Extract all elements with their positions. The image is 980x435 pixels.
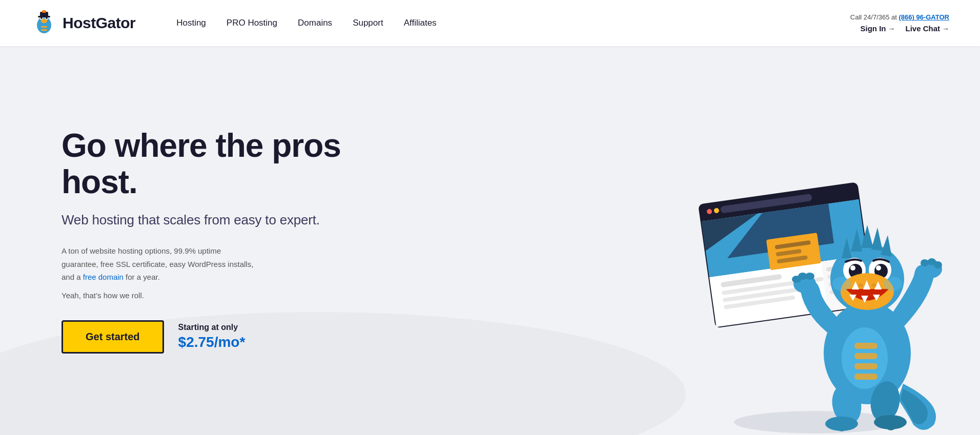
nav-item-hosting[interactable]: Hosting (176, 18, 206, 28)
svg-marker-66 (881, 235, 892, 257)
svg-point-42 (845, 425, 853, 430)
phone-area: Call 24/7/365 at (866) 96-GATOR (850, 13, 949, 21)
main-nav: Hosting PRO Hosting Domains Support Affi… (176, 18, 850, 28)
hero-headline: Go where the pros host. (62, 128, 379, 200)
svg-point-59 (921, 259, 929, 266)
svg-point-45 (880, 423, 888, 428)
svg-rect-8 (41, 29, 47, 31)
svg-point-80 (858, 283, 863, 287)
svg-point-40 (830, 424, 839, 429)
hero-tagline: Yeah, that’s how we roll. (62, 291, 379, 300)
svg-point-55 (805, 273, 814, 280)
svg-point-46 (887, 425, 895, 430)
hero-content: Go where the pros host. Web hosting that… (62, 128, 379, 353)
svg-marker-65 (871, 227, 883, 251)
svg-rect-51 (854, 374, 877, 380)
arrow-right-icon: → (888, 25, 895, 33)
svg-rect-48 (854, 343, 877, 349)
hero-description: A ton of website hosting options, 99.9% … (62, 244, 256, 284)
cta-area: Get started Starting at only $2.75/mo* (62, 320, 379, 354)
svg-point-58 (928, 258, 936, 265)
site-header: HostGator Hosting PRO Hosting Domains Su… (0, 0, 980, 46)
svg-rect-10 (38, 16, 50, 17)
hero-section: Go where the pros host. Web hosting that… (0, 46, 980, 435)
logo-gator-icon (31, 10, 57, 36)
nav-item-domains[interactable]: Domains (298, 18, 332, 28)
svg-point-81 (871, 283, 876, 287)
svg-point-82 (832, 277, 851, 291)
hero-illustration (683, 138, 949, 435)
live-chat-link[interactable]: Live Chat → (905, 24, 949, 33)
free-domain-link[interactable]: free domain (83, 273, 124, 281)
svg-rect-49 (854, 353, 877, 359)
phone-label: Call 24/7/365 at (850, 13, 897, 21)
starting-label: Starting at only (178, 323, 246, 332)
svg-rect-11 (42, 10, 46, 13)
svg-point-71 (850, 265, 855, 271)
phone-number[interactable]: (866) 96-GATOR (899, 13, 950, 21)
logo-text: HostGator (63, 14, 135, 32)
svg-point-83 (884, 277, 902, 291)
header-right: Call 24/7/365 at (866) 96-GATOR Sign In … (850, 13, 949, 33)
get-started-button[interactable]: Get started (62, 320, 164, 354)
mascot-svg (683, 138, 949, 435)
svg-point-6 (41, 19, 47, 23)
sign-in-label: Sign In (860, 24, 886, 33)
description-text-2: for a year. (124, 273, 160, 281)
nav-item-pro-hosting[interactable]: PRO Hosting (227, 18, 277, 28)
logo-link[interactable]: HostGator (31, 10, 135, 36)
nav-item-affiliates[interactable]: Affiliates (404, 18, 437, 28)
nav-item-support[interactable]: Support (353, 18, 383, 28)
header-actions: Sign In → Live Chat → (860, 24, 949, 33)
svg-rect-7 (41, 26, 47, 28)
arrow-right-icon-2: → (942, 25, 949, 33)
svg-point-72 (876, 265, 881, 271)
live-chat-label: Live Chat (905, 24, 940, 33)
svg-point-41 (838, 426, 846, 431)
hero-subheadline: Web hosting that scales from easy to exp… (62, 212, 379, 228)
price-display: $2.75/mo* (178, 334, 246, 350)
pricing-info: Starting at only $2.75/mo* (178, 323, 246, 350)
svg-rect-50 (854, 363, 877, 369)
svg-point-47 (894, 423, 902, 428)
sign-in-link[interactable]: Sign In → (860, 24, 895, 33)
